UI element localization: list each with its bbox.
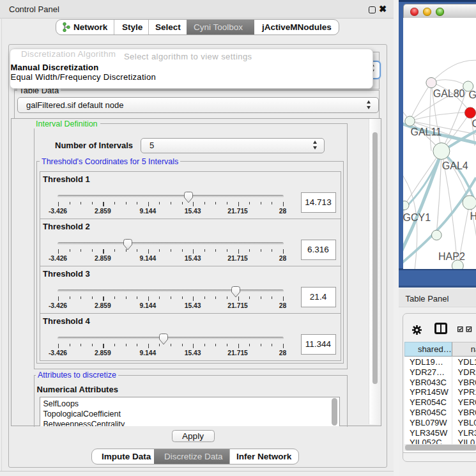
- svg-text:GA: GA: [469, 89, 476, 100]
- svg-text:GAL11: GAL11: [411, 127, 442, 137]
- svg-text:H: H: [470, 211, 476, 222]
- svg-text:GAL4: GAL4: [442, 160, 468, 171]
- svg-text:C: C: [472, 118, 476, 129]
- svg-text:GCY1: GCY1: [403, 212, 431, 223]
- svg-text:HAP2: HAP2: [438, 251, 465, 262]
- svg-text:GAL80: GAL80: [433, 88, 465, 99]
